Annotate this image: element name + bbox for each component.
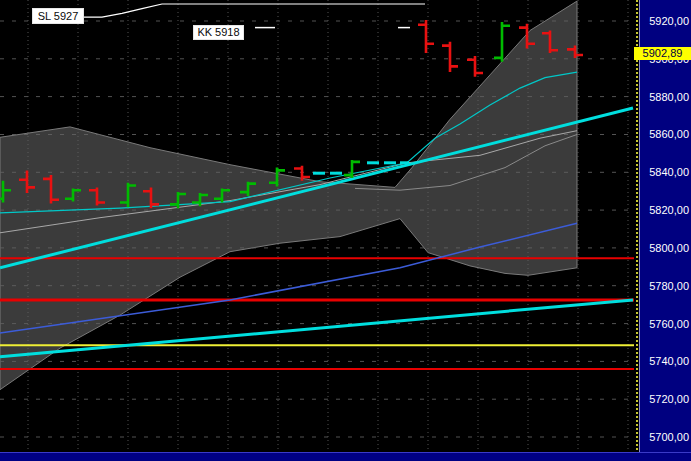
ohlc-bar-down (418, 20, 434, 53)
price-chart-canvas[interactable] (0, 0, 691, 461)
price-tick-label: 5920,00 (640, 15, 691, 27)
price-tick-label: 5880,00 (640, 91, 691, 103)
bottom-scroll-strip[interactable] (0, 452, 691, 461)
current-price-badge: 5902,89 (634, 47, 691, 60)
price-tick-label: 5740,00 (640, 355, 691, 367)
price-tick-label: 5840,00 (640, 166, 691, 178)
stop-loss-label-box: SL 5927 (32, 8, 84, 24)
price-axis-panel[interactable]: 5920,005900,005880,005860,005840,005820,… (639, 0, 691, 461)
price-tick-label: 5820,00 (640, 204, 691, 216)
ohlc-bar-down (442, 42, 458, 72)
price-tick-label: 5860,00 (640, 128, 691, 140)
price-tick-label: 5700,00 (640, 431, 691, 443)
trading-chart-window: SL 5927 KK 5918 5920,005900,005880,00586… (0, 0, 691, 461)
price-tick-label: 5720,00 (640, 393, 691, 405)
price-tick-label: 5800,00 (640, 242, 691, 254)
kk-level-label-box: KK 5918 (193, 25, 244, 40)
price-tick-label: 5780,00 (640, 280, 691, 292)
sl-white-line (84, 4, 425, 17)
price-tick-label: 5760,00 (640, 318, 691, 330)
